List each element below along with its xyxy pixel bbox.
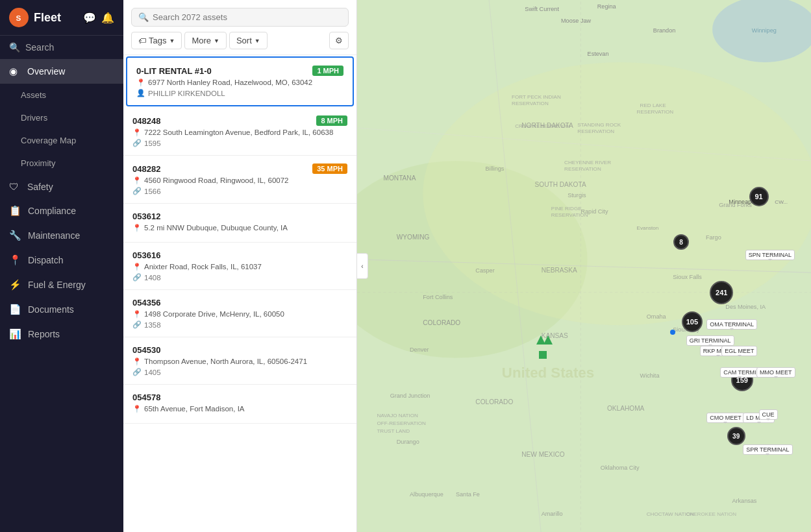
- svg-text:OFF-RESERVATION: OFF-RESERVATION: [377, 420, 426, 426]
- asset-sub: 🔗 1595: [132, 139, 347, 147]
- asset-location: 📍 Thompson Avenue, North Aurora, IL, 605…: [132, 357, 347, 366]
- sidebar-item-documents[interactable]: 📄Documents: [0, 297, 123, 322]
- map-cluster-c4[interactable]: 105: [682, 311, 703, 332]
- svg-text:Sioux Falls: Sioux Falls: [673, 274, 702, 280]
- asset-item-053616[interactable]: 053616 📍 Anixter Road, Rock Falls, IL, 6…: [123, 243, 356, 290]
- sidebar-item-assets[interactable]: Assets: [0, 84, 123, 106]
- asset-header: 048282 35 MPH: [132, 163, 347, 174]
- svg-text:Wichita: Wichita: [640, 372, 660, 379]
- map-label-l3[interactable]: GRI TERMINAL: [686, 335, 734, 346]
- svg-text:Swift Current: Swift Current: [525, 6, 559, 12]
- collapse-panel-button[interactable]: ‹: [357, 253, 368, 279]
- asset-header: 054578: [132, 393, 347, 402]
- speed-badge: 35 MPH: [312, 163, 347, 174]
- svg-text:CHEROKEE NATION: CHEROKEE NATION: [686, 511, 737, 517]
- asset-sub: 🔗 1358: [132, 320, 347, 329]
- asset-item-054356[interactable]: 054356 📍 1498 Corporate Drive, McHenry, …: [123, 290, 356, 337]
- sidebar-item-proximity[interactable]: Proximity: [0, 152, 123, 175]
- map-container: ‹ Winnipeg MONTANA WYOMING COLORADO NORT…: [357, 0, 811, 532]
- map-label-l11[interactable]: CUE: [759, 409, 778, 420]
- toolbar: 🏷 Tags ▼ More ▼ Sort ▼ ⚙: [123, 27, 356, 55]
- asset-item-054530[interactable]: 054530 📍 Thompson Avenue, North Aurora, …: [123, 337, 356, 385]
- sidebar-navigation: ◉OverviewAssetsDriversCoverage MapProxim…: [0, 59, 123, 346]
- map-cluster-c6[interactable]: 39: [727, 427, 745, 445]
- asset-location: 📍 6977 North Hanley Road, Hazelwood, MO,…: [136, 79, 343, 87]
- more-chevron-icon: ▼: [214, 38, 219, 44]
- asset-header: 053616: [132, 250, 347, 260]
- map-cluster-c1[interactable]: 91: [749, 187, 769, 206]
- asset-marker-triangle-2[interactable]: [543, 335, 553, 345]
- more-button[interactable]: More ▼: [184, 32, 227, 49]
- svg-text:Casper: Casper: [475, 267, 494, 274]
- svg-text:NEBRASKA: NEBRASKA: [542, 267, 577, 274]
- safety-label: Safety: [27, 182, 53, 192]
- settings-button[interactable]: ⚙: [329, 32, 349, 49]
- sidebar-item-safety[interactable]: 🛡Safety: [0, 175, 123, 199]
- map-cluster-c2[interactable]: 8: [673, 234, 689, 250]
- sidebar-item-reports[interactable]: 📊Reports: [0, 322, 123, 346]
- sidebar-search-item[interactable]: 🔍 Search: [0, 36, 123, 59]
- location-icon: 📍: [132, 263, 142, 271]
- location-text: 6977 North Hanley Road, Hazelwood, MO, 6…: [148, 79, 312, 86]
- asset-header: 053612: [132, 212, 347, 221]
- location-text: 5.2 mi NNW Dubuque, Dubuque County, IA: [144, 224, 288, 232]
- map-label-l1[interactable]: SPN TERMINAL: [745, 250, 795, 260]
- asset-marker-square[interactable]: [539, 351, 547, 359]
- svg-text:Albuquerque: Albuquerque: [410, 491, 443, 498]
- svg-text:Denver: Denver: [410, 346, 429, 353]
- reports-label: Reports: [28, 329, 60, 339]
- header-icons: 💬 🔔: [83, 12, 114, 24]
- asset-item-053612[interactable]: 053612 📍 5.2 mi NNW Dubuque, Dubuque Cou…: [123, 204, 356, 243]
- dispatch-label: Dispatch: [28, 255, 63, 265]
- asset-panel: 🔍 🏷 Tags ▼ More ▼ Sort ▼ ⚙ 0-LIT RENTAL …: [123, 0, 357, 532]
- sidebar-item-overview[interactable]: ◉Overview: [0, 59, 123, 84]
- asset-sub: 👤 PHILLIP KIRKENDOLL: [136, 89, 343, 97]
- svg-text:Billings: Billings: [486, 165, 505, 172]
- more-label: More: [192, 36, 211, 45]
- sidebar: S Fleet 💬 🔔 🔍 Search ◉OverviewAssetsDriv…: [0, 0, 123, 532]
- search-input[interactable]: [153, 12, 342, 22]
- map-label-l6[interactable]: CAM TERMI: [720, 367, 759, 378]
- asset-location: 📍 1498 Corporate Drive, McHenry, IL, 600…: [132, 310, 347, 319]
- svg-text:PINE RIDGE: PINE RIDGE: [551, 206, 582, 212]
- chat-icon[interactable]: 💬: [83, 12, 96, 24]
- map-label-l8[interactable]: CMO MEET: [706, 413, 745, 423]
- svg-text:CW...: CW...: [775, 199, 788, 205]
- map-label-l2[interactable]: OMA TERMINAL: [706, 319, 757, 330]
- sidebar-item-compliance[interactable]: 📋Compliance: [0, 199, 123, 223]
- sidebar-item-dispatch[interactable]: 📍Dispatch: [0, 248, 123, 272]
- bell-icon[interactable]: 🔔: [101, 12, 114, 24]
- map-label-l10[interactable]: SPR TERMINAL: [743, 444, 792, 455]
- asset-location: 📍 Anixter Road, Rock Falls, IL, 61037: [132, 263, 347, 271]
- asset-item-0-lit-rental[interactable]: 0-LIT RENTAL #1-0 1 MPH 📍 6977 North Han…: [126, 56, 354, 106]
- map-label-l5[interactable]: EGL MEET: [721, 346, 757, 356]
- sidebar-item-fuel-energy[interactable]: ⚡Fuel & Energy: [0, 272, 123, 297]
- svg-text:CHEYENNE RIVER: CHEYENNE RIVER: [564, 160, 611, 165]
- asset-search-bar: 🔍: [123, 0, 356, 27]
- tags-button[interactable]: 🏷 Tags ▼: [131, 32, 182, 49]
- tags-label: Tags: [149, 36, 166, 45]
- location-text: 1498 Corporate Drive, McHenry, IL, 60050: [144, 310, 284, 318]
- asset-item-048282[interactable]: 048282 35 MPH 📍 4560 Ringwood Road, Ring…: [123, 156, 356, 204]
- map-label-l7[interactable]: MMO MEET: [756, 367, 795, 378]
- asset-header: 048248 8 MPH: [132, 115, 347, 126]
- asset-item-054578[interactable]: 054578 📍 65th Avenue, Fort Madison, IA: [123, 385, 356, 424]
- assets-label: Assets: [21, 90, 46, 100]
- asset-name: 054578: [132, 393, 160, 402]
- svg-text:Omaha: Omaha: [647, 313, 667, 320]
- search-input-wrap[interactable]: 🔍: [131, 8, 349, 27]
- dispatch-icon: 📍: [9, 254, 21, 266]
- sidebar-header: S Fleet 💬 🔔: [0, 0, 123, 36]
- asset-item-048248[interactable]: 048248 8 MPH 📍 7222 South Leamington Ave…: [123, 108, 356, 156]
- search-icon: 🔍: [138, 12, 149, 22]
- asset-sub-text: 1566: [144, 187, 161, 195]
- sidebar-item-coverage-map[interactable]: Coverage Map: [0, 129, 123, 152]
- location-text: 65th Avenue, Fort Madison, IA: [144, 405, 245, 413]
- asset-location: 📍 4560 Ringwood Road, Ringwood, IL, 6007…: [132, 176, 347, 185]
- app-title: Fleet: [34, 11, 61, 25]
- link-icon: 🔗: [132, 368, 142, 376]
- sidebar-item-drivers[interactable]: Drivers: [0, 106, 123, 129]
- sidebar-item-maintenance[interactable]: 🔧Maintenance: [0, 223, 123, 248]
- asset-list: 0-LIT RENTAL #1-0 1 MPH 📍 6977 North Han…: [123, 55, 356, 532]
- sort-button[interactable]: Sort ▼: [229, 32, 268, 49]
